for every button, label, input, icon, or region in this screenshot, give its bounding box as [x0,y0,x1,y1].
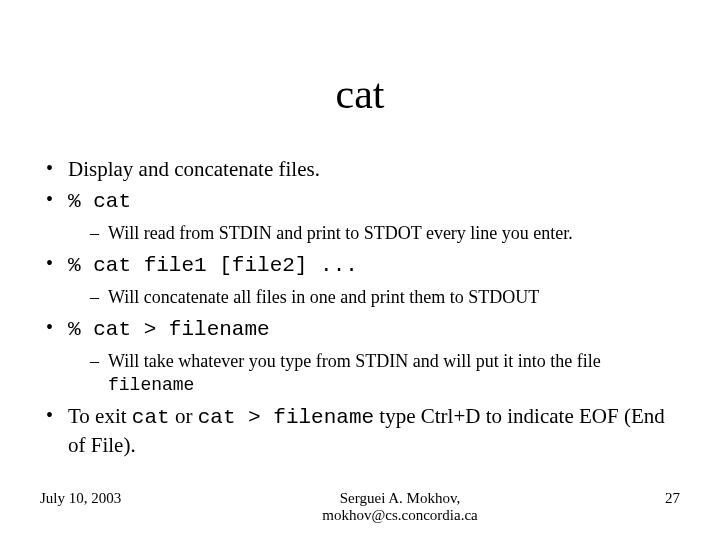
footer-author: Serguei A. Mokhov, mokhov@cs.concordia.c… [180,490,620,524]
inline-code: filename [108,375,194,395]
slide-footer: July 10, 2003 Serguei A. Mokhov, mokhov@… [0,490,720,524]
command: cat file1 [file2] ... [93,254,358,277]
sub-list: Will concatenate all files in one and pr… [90,286,680,309]
inline-code: cat > filename [198,406,374,429]
prompt: % [68,254,93,277]
bullet-list: Display and concatenate files. % cat Wil… [40,156,680,458]
footer-page: 27 [620,490,680,507]
footer-author-email: mokhov@cs.concordia.ca [180,507,620,524]
sub-item: Will take whatever you type from STDIN a… [90,350,680,397]
bullet-item: To exit cat or cat > filename type Ctrl+… [40,403,680,459]
bullet-item: % cat Will read from STDIN and print to … [40,187,680,245]
command: cat [93,190,131,213]
sub-item: Will concatenate all files in one and pr… [90,286,680,309]
prompt: % [68,190,93,213]
text-span: or [170,404,198,428]
slide-title: cat [40,0,680,156]
footer-author-name: Serguei A. Mokhov, [180,490,620,507]
bullet-item: % cat file1 [file2] ... Will concatenate… [40,251,680,309]
bullet-item: % cat > filename Will take whatever you … [40,315,680,397]
command: cat > filename [93,318,269,341]
prompt: % [68,318,93,341]
sub-list: Will take whatever you type from STDIN a… [90,350,680,397]
sub-text: Will take whatever you type from STDIN a… [108,351,601,371]
footer-date: July 10, 2003 [40,490,180,507]
inline-code: cat [132,406,170,429]
bullet-item: Display and concatenate files. [40,156,680,183]
text-span: To exit [68,404,132,428]
sub-list: Will read from STDIN and print to STDOT … [90,222,680,245]
sub-item: Will read from STDIN and print to STDOT … [90,222,680,245]
